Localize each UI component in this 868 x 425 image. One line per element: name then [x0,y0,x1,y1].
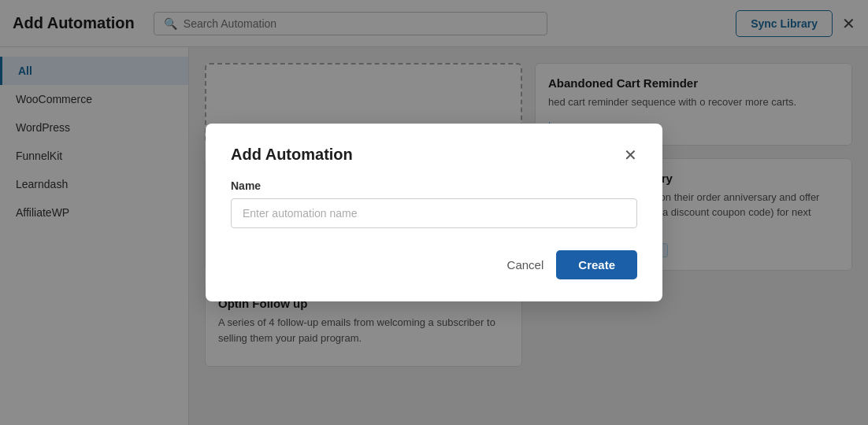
name-label: Name [231,179,637,192]
modal-overlay[interactable]: Add Automation ✕ Name Cancel Create [0,0,868,425]
add-automation-modal: Add Automation ✕ Name Cancel Create [206,124,662,301]
cancel-button[interactable]: Cancel [507,258,544,272]
modal-close-button[interactable]: ✕ [624,147,637,163]
modal-title: Add Automation [231,146,353,164]
create-button[interactable]: Create [556,250,637,279]
modal-footer: Cancel Create [231,250,637,279]
automation-name-input[interactable] [231,198,637,228]
modal-header: Add Automation ✕ [231,146,637,164]
